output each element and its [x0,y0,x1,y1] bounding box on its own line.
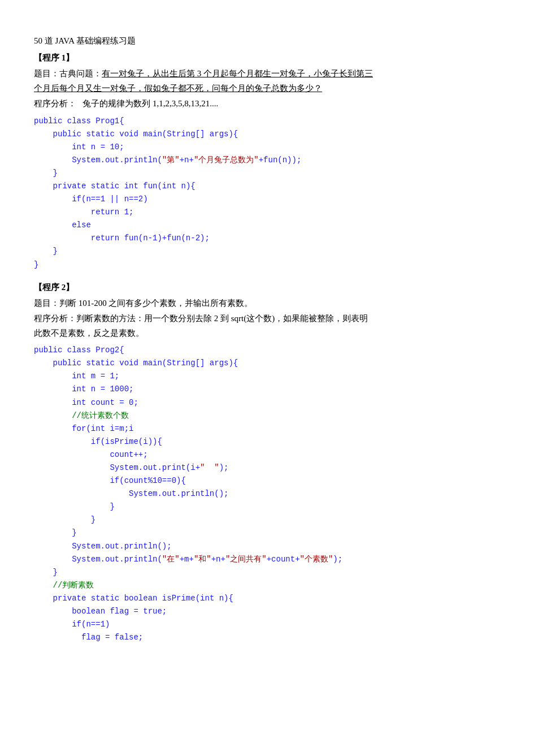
prog1-analysis: 程序分析： 兔子的规律为数列 1,1,2,3,5,8,13,21.... [34,97,500,111]
prog2-desc: 题目：判断 101-200 之间有多少个素数，并输出所有素数。 [34,296,500,311]
page-title: 50 道 JAVA 基础编程练习题 [34,34,500,47]
prog1-title: 【程序 1】 [34,51,500,64]
prog1-code: public class Prog1{ public static void m… [34,115,500,271]
prog2-analysis: 程序分析：判断素数的方法：用一个数分别去除 2 到 sqrt(这个数)，如果能被… [34,312,500,340]
page-container: 50 道 JAVA 基础编程练习题 【程序 1】 题目：古典问题：有一对兔子，从… [34,34,500,644]
prog2-code: public class Prog2{ public static void m… [34,344,500,644]
prog2-title: 【程序 2】 [34,280,500,294]
prog1-desc: 题目：古典问题：有一对兔子，从出生后第 3 个月起每个月都生一对兔子，小兔子长到… [34,67,500,96]
section-prog2: 【程序 2】 题目：判断 101-200 之间有多少个素数，并输出所有素数。 程… [34,280,500,645]
section-prog1: 【程序 1】 题目：古典问题：有一对兔子，从出生后第 3 个月起每个月都生一对兔… [34,51,500,271]
